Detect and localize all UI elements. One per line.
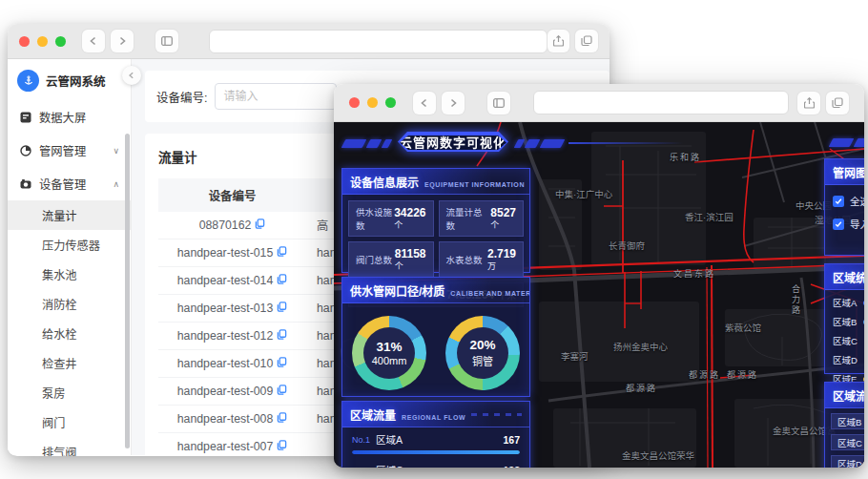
forward-button[interactable] bbox=[111, 30, 134, 52]
stat-value: 34226 bbox=[394, 206, 425, 219]
layer-option-import[interactable]: 导入 bbox=[833, 217, 864, 231]
sidebar-toggle-icon[interactable] bbox=[155, 30, 178, 52]
copy-icon[interactable] bbox=[277, 274, 287, 287]
region-label: 区域D bbox=[837, 457, 862, 469]
sidebar-item-label: 管网管理 bbox=[39, 142, 86, 159]
sidebar-item-label: 设备管理 bbox=[39, 176, 86, 193]
close-window-button[interactable] bbox=[349, 97, 360, 108]
sidebar-item-data-screen[interactable]: 数据大屏 bbox=[8, 100, 131, 134]
back-button[interactable] bbox=[413, 92, 436, 115]
copy-icon[interactable] bbox=[277, 302, 287, 315]
dashboard-browser-window: 乐和路 中集·江广中心 中央公园 湿地公园 香江·滨江园 长青御府 文昌东路 合… bbox=[334, 84, 864, 468]
device-id-input[interactable] bbox=[215, 83, 337, 110]
sidebar-item-pipe-management[interactable]: 管网管理 ∨ bbox=[8, 134, 131, 167]
panel-title: 区域统计 bbox=[833, 269, 864, 285]
flow-rank-row: No.1 区域A 167 bbox=[342, 427, 529, 448]
donut-label: 400mm bbox=[372, 355, 407, 366]
device-id: handpear-test-013 bbox=[177, 302, 274, 315]
app-logo-row: 云管网系统 bbox=[8, 59, 131, 100]
sidebar-subitem-valve[interactable]: 阀门 bbox=[8, 407, 131, 437]
visualization-dashboard: 乐和路 中集·江广中心 中央公园 湿地公园 香江·滨江园 长青御府 文昌东路 合… bbox=[334, 122, 864, 468]
material-donut-chart: 20% 铜管 bbox=[445, 316, 520, 390]
sidebar-subitem-flowmeter[interactable]: 流量计 bbox=[8, 200, 131, 230]
donut-percent: 31% bbox=[376, 340, 402, 354]
zoom-window-button[interactable] bbox=[55, 36, 66, 47]
sidebar-subitem-inspection-well[interactable]: 检查井 bbox=[8, 348, 131, 378]
device-id: handpear-test-008 bbox=[177, 412, 274, 426]
stat-unit: 个 bbox=[395, 261, 426, 272]
sidebar-item-device-management[interactable]: 设备管理 ∧ bbox=[8, 167, 131, 200]
checkbox-checked-icon[interactable] bbox=[833, 219, 844, 230]
share-icon[interactable] bbox=[797, 92, 820, 115]
copy-icon[interactable] bbox=[255, 219, 265, 232]
region-list-item[interactable]: 区域D bbox=[831, 455, 864, 468]
donut-label: 铜管 bbox=[472, 353, 493, 368]
subitem-label: 消防栓 bbox=[42, 296, 77, 313]
close-window-button[interactable] bbox=[19, 36, 30, 47]
copy-icon[interactable] bbox=[277, 357, 287, 370]
flow-value: 167 bbox=[503, 434, 520, 446]
sidebar-subitem-water-hydrant[interactable]: 给水栓 bbox=[8, 319, 131, 348]
copy-icon[interactable] bbox=[277, 440, 287, 453]
subitem-label: 集水池 bbox=[42, 266, 77, 283]
sidebar-subitem-pump-house[interactable]: 泵房 bbox=[8, 378, 131, 407]
col-device-id: 设备编号 bbox=[158, 187, 306, 204]
stat-label: 水表总数 bbox=[446, 253, 483, 266]
region-name: 区域C bbox=[376, 463, 403, 468]
region-list-item[interactable]: 区域C bbox=[831, 434, 864, 450]
panel-title: 设备信息展示 bbox=[350, 174, 419, 190]
panel-title: 供水管网口径/材质 bbox=[350, 282, 444, 299]
device-icon bbox=[19, 178, 31, 190]
chevron-up-icon: ∧ bbox=[113, 179, 119, 189]
sidebar-scrollbar[interactable] bbox=[125, 134, 130, 448]
panel-title: 管网图层 bbox=[833, 164, 864, 180]
stat-valve-total: 阀门总数 81158个 bbox=[348, 241, 434, 278]
sidebar-subitem-exhaust-valve[interactable]: 排气阀 bbox=[8, 437, 131, 456]
app-title: 云管网系统 bbox=[46, 72, 106, 90]
panel-title: 区域流量 bbox=[350, 406, 396, 423]
back-button[interactable] bbox=[82, 30, 105, 52]
subitem-label: 给水栓 bbox=[42, 325, 77, 343]
share-icon[interactable] bbox=[548, 30, 570, 52]
sidebar-item-label: 数据大屏 bbox=[39, 109, 86, 126]
subitem-label: 流量计 bbox=[42, 207, 77, 224]
subitem-label: 阀门 bbox=[42, 414, 65, 431]
device-id: handpear-test-007 bbox=[177, 440, 274, 453]
device-id: handpear-test-010 bbox=[177, 357, 274, 370]
legend-color-chip bbox=[863, 320, 864, 324]
subitem-label: 检查井 bbox=[42, 355, 77, 372]
legend-item: 区域C bbox=[833, 334, 864, 347]
tabs-overview-icon[interactable] bbox=[575, 30, 598, 52]
device-id: handpear-test-012 bbox=[177, 329, 274, 343]
minimize-window-button[interactable] bbox=[37, 36, 48, 47]
legend-item: 区域B bbox=[833, 315, 864, 328]
layer-option-select-all[interactable]: 全选 bbox=[833, 194, 864, 208]
forward-button[interactable] bbox=[442, 92, 465, 115]
regional-statistics-panel: 区域统计 区域A 区域B 区域C 区域D 区域E 0 bbox=[824, 263, 864, 374]
pipe-network-icon bbox=[19, 145, 31, 156]
stat-value: 2.719 bbox=[487, 247, 516, 260]
sidebar-subitem-sump[interactable]: 集水池 bbox=[8, 260, 131, 289]
region-list-item[interactable]: 区域B bbox=[831, 413, 864, 429]
device-id-filter-label: 设备编号: bbox=[156, 88, 207, 106]
minimize-window-button[interactable] bbox=[367, 97, 378, 108]
copy-icon[interactable] bbox=[277, 385, 287, 398]
panel-title: 区域流量 bbox=[833, 387, 864, 404]
legend-label: 区域A bbox=[833, 296, 857, 309]
url-bar[interactable] bbox=[533, 91, 789, 115]
zoom-window-button[interactable] bbox=[385, 97, 396, 108]
url-bar[interactable] bbox=[209, 30, 548, 53]
copy-icon[interactable] bbox=[277, 329, 287, 343]
subitem-label: 排气阀 bbox=[42, 444, 77, 457]
donut-percent: 20% bbox=[469, 338, 495, 352]
sidebar-subitem-fire-hydrant[interactable]: 消防栓 bbox=[8, 289, 131, 319]
copy-icon[interactable] bbox=[277, 246, 287, 260]
tabs-overview-icon[interactable] bbox=[826, 92, 849, 115]
sidebar-collapse-button[interactable] bbox=[122, 66, 141, 85]
stat-unit: 万 bbox=[487, 261, 516, 272]
sidebar-subitem-pressure-sensor[interactable]: 压力传感器 bbox=[8, 230, 131, 260]
copy-icon[interactable] bbox=[277, 412, 287, 426]
sidebar-toggle-icon[interactable] bbox=[487, 92, 510, 115]
checkbox-checked-icon[interactable] bbox=[833, 196, 844, 207]
equipment-info-panel: 设备信息展示 EQUIPMENT INFORMATION 供水设施数 34226… bbox=[341, 168, 530, 273]
